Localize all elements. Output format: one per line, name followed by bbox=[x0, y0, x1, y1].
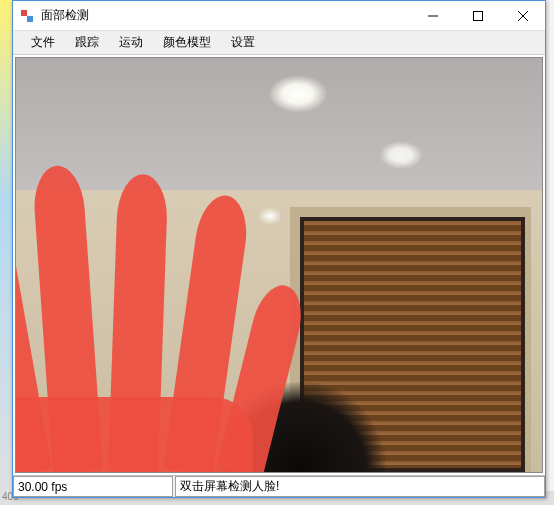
scene-light bbox=[268, 75, 328, 113]
menu-motion[interactable]: 运动 bbox=[109, 30, 153, 55]
scene-reflection bbox=[258, 207, 282, 225]
status-message: 双击屏幕检测人脸! bbox=[175, 476, 545, 497]
window-title: 面部检测 bbox=[41, 7, 410, 24]
menubar: 文件 跟踪 运动 颜色模型 设置 bbox=[13, 31, 545, 55]
video-scene bbox=[16, 58, 542, 472]
window-controls bbox=[410, 1, 545, 30]
menu-file[interactable]: 文件 bbox=[21, 30, 65, 55]
maximize-button[interactable] bbox=[455, 1, 500, 30]
close-icon bbox=[518, 11, 528, 21]
titlebar[interactable]: 面部检测 bbox=[13, 1, 545, 31]
minimize-button[interactable] bbox=[410, 1, 455, 30]
minimize-icon bbox=[428, 11, 438, 21]
menu-track[interactable]: 跟踪 bbox=[65, 30, 109, 55]
video-canvas[interactable] bbox=[15, 57, 543, 473]
svg-rect-1 bbox=[473, 11, 482, 20]
scene-light bbox=[379, 141, 423, 169]
scene-head bbox=[216, 382, 386, 472]
maximize-icon bbox=[473, 11, 483, 21]
statusbar: 30.00 fps 双击屏幕检测人脸! bbox=[13, 475, 545, 497]
close-button[interactable] bbox=[500, 1, 545, 30]
editor-bg-left bbox=[0, 0, 12, 505]
editor-bg-right bbox=[546, 0, 554, 505]
app-window: 面部检测 文件 跟踪 运动 颜色模型 设置 bbox=[12, 0, 546, 498]
menu-color-model[interactable]: 颜色模型 bbox=[153, 30, 221, 55]
menu-settings[interactable]: 设置 bbox=[221, 30, 265, 55]
status-fps: 30.00 fps bbox=[13, 476, 173, 497]
app-icon bbox=[19, 8, 35, 24]
